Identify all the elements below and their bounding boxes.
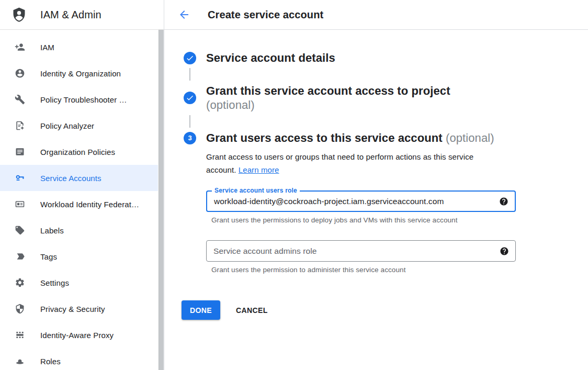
sidebar-item-workload-identity-federation[interactable]: Workload Identity Federat… — [0, 191, 158, 217]
step-3-optional-label: (optional) — [446, 131, 494, 144]
sidebar-item-privacy-security[interactable]: Privacy & Security — [0, 296, 158, 322]
service-account-admins-role-field — [206, 240, 516, 262]
sidebar-item-label: Identity-Aware Proxy — [40, 331, 114, 340]
page-content: Service account details Grant this servi… — [164, 30, 588, 370]
step-2-complete-badge — [184, 92, 196, 104]
step-connector — [189, 68, 190, 81]
service-account-key-icon — [15, 173, 25, 183]
sidebar-item-identity-organization[interactable]: Identity & Organization — [0, 60, 158, 86]
sidebar-item-roles[interactable]: Roles — [0, 348, 158, 370]
sidebar-item-identity-aware-proxy[interactable]: Identity-Aware Proxy — [0, 322, 158, 348]
shield-icon — [15, 304, 25, 314]
sidebar-scrollbar[interactable] — [159, 30, 164, 370]
check-icon — [186, 54, 194, 62]
document-gear-icon — [15, 120, 25, 131]
help-icon — [500, 246, 509, 256]
page-header: Create service account — [164, 0, 588, 30]
users-role-field-label: Service account users role — [212, 187, 300, 194]
sidebar-item-settings[interactable]: Settings — [0, 270, 158, 296]
help-icon — [499, 197, 508, 206]
app-window: IAM & Admin IAM Identity & Organization — [0, 0, 588, 370]
step-3-number-badge: 3 — [184, 132, 196, 144]
sidebar-item-label: Privacy & Security — [40, 305, 105, 313]
step-connector — [189, 115, 190, 128]
admins-role-input[interactable] — [207, 241, 515, 261]
person-add-icon — [15, 42, 25, 52]
sidebar: IAM & Admin IAM Identity & Organization — [0, 0, 164, 370]
service-account-users-role-field: Service account users role — [206, 190, 516, 212]
back-button[interactable] — [178, 8, 190, 21]
sidebar-item-policy-analyzer[interactable]: Policy Analyzer — [0, 113, 158, 139]
sidebar-item-label: Organization Policies — [40, 148, 115, 156]
sidebar-item-label: Identity & Organization — [40, 69, 121, 78]
sidebar-item-label: Policy Analyzer — [40, 121, 94, 130]
users-role-helper-text: Grant users the permissions to deploy jo… — [211, 216, 588, 224]
sidebar-item-iam[interactable]: IAM — [0, 34, 158, 60]
sidebar-item-tags[interactable]: Tags — [0, 243, 158, 270]
admins-role-helper-text: Grant users the permission to administer… — [211, 266, 588, 274]
sidebar-item-organization-policies[interactable]: Organization Policies — [0, 139, 158, 165]
sidebar-item-label: Policy Troubleshooter … — [40, 95, 127, 104]
gear-icon — [15, 277, 25, 288]
sidebar-nav: IAM Identity & Organization Policy Troub… — [0, 30, 164, 370]
sidebar-item-label: IAM — [40, 43, 54, 52]
users-role-help-button[interactable] — [499, 197, 508, 206]
page-title: Create service account — [208, 9, 323, 21]
users-role-input[interactable] — [207, 192, 515, 211]
arrow-label-icon — [15, 251, 25, 262]
form-actions: DONE CANCEL — [182, 300, 588, 320]
hat-icon — [15, 356, 25, 366]
step-grant-access-to-project: Grant this service account access to pro… — [184, 84, 588, 112]
wrench-icon — [15, 94, 25, 105]
step-3-body: Grant access to users or groups that nee… — [206, 150, 588, 274]
iam-admin-shield-icon — [10, 6, 28, 24]
check-icon — [186, 94, 194, 102]
sidebar-item-label: Labels — [40, 226, 64, 235]
sidebar-header: IAM & Admin — [0, 0, 164, 30]
done-button[interactable]: DONE — [182, 300, 220, 320]
step-3-title: Grant users access to this service accou… — [206, 131, 494, 145]
step-2-title: Grant this service account access to pro… — [206, 84, 491, 112]
step-1-complete-badge — [184, 52, 196, 64]
step-3-description: Grant access to users or groups that nee… — [206, 150, 498, 176]
proxy-grid-icon — [15, 330, 25, 340]
step-service-account-details: Service account details — [184, 51, 588, 65]
tag-icon — [15, 225, 25, 236]
step-1-title: Service account details — [206, 51, 335, 65]
sidebar-item-service-accounts[interactable]: Service Accounts — [0, 165, 158, 191]
app-title: IAM & Admin — [40, 9, 101, 21]
arrow-back-icon — [178, 8, 190, 21]
sidebar-item-label: Tags — [40, 252, 57, 261]
sidebar-item-labels[interactable]: Labels — [0, 217, 158, 243]
list-document-icon — [15, 147, 25, 157]
admins-role-help-button[interactable] — [500, 246, 509, 256]
sidebar-item-label: Roles — [40, 357, 61, 366]
account-circle-icon — [15, 68, 25, 79]
sidebar-item-policy-troubleshooter[interactable]: Policy Troubleshooter … — [0, 86, 158, 113]
step-grant-users-access: 3 Grant users access to this service acc… — [184, 131, 588, 145]
sidebar-item-label: Settings — [40, 278, 69, 287]
sidebar-item-label: Workload Identity Federat… — [40, 200, 139, 209]
learn-more-link[interactable]: Learn more — [239, 165, 279, 174]
id-card-icon — [15, 199, 25, 209]
step-2-optional-label: (optional) — [206, 98, 255, 111]
cancel-button[interactable]: CANCEL — [236, 306, 268, 315]
main-panel: Create service account Service account d… — [164, 0, 588, 370]
sidebar-item-label: Service Accounts — [40, 174, 101, 183]
